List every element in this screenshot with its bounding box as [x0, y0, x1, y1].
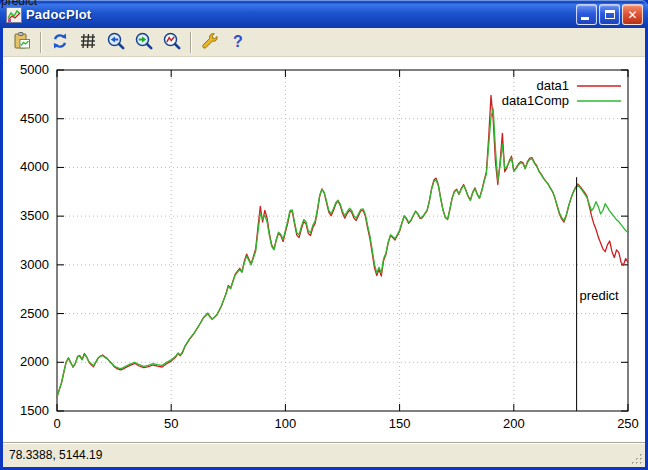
cursor-coordinates: 78.3388, 5144.19 — [9, 448, 102, 462]
toolbar-button-zoom-in[interactable] — [131, 30, 157, 55]
gridlines — [57, 70, 628, 411]
axes: 0501001502002501500200025003000350040004… — [20, 62, 639, 431]
plot-border — [57, 70, 628, 411]
zoom-out-icon — [106, 31, 126, 54]
y-tick-label: 3000 — [20, 257, 49, 272]
window-title: PadocPlot — [26, 7, 91, 22]
toolbar-separator — [190, 32, 192, 53]
maximize-button[interactable] — [599, 4, 620, 25]
x-tick-label: 0 — [53, 416, 60, 431]
toolbar-button-zoom-out[interactable] — [103, 30, 129, 55]
y-tick-label: 4000 — [20, 159, 49, 174]
help-icon: ? — [228, 31, 248, 54]
resize-grip-icon[interactable] — [631, 452, 644, 465]
x-tick-label: 150 — [389, 416, 411, 431]
legend: data1data1Comp — [502, 78, 621, 108]
y-tick-label: 2000 — [20, 354, 49, 369]
toolbar-button-grid-toggle[interactable] — [75, 30, 101, 55]
window-plot-icon[interactable] — [6, 7, 22, 23]
chart-svg: 0501001502002501500200025003000350040004… — [3, 57, 645, 442]
toolbar-button-refresh[interactable] — [47, 30, 73, 55]
legend-label-data1Comp: data1Comp — [502, 93, 569, 108]
x-tick-label: 200 — [503, 416, 525, 431]
toolbar-button-settings-wrench[interactable] — [197, 30, 223, 55]
plot-area[interactable]: 0501001502002501500200025003000350040004… — [3, 57, 645, 442]
toolbar: ? — [3, 28, 645, 57]
predict-label: predict — [580, 288, 619, 303]
settings-wrench-icon — [200, 31, 220, 54]
zoom-in-icon — [134, 31, 154, 54]
y-tick-label: 1500 — [20, 403, 49, 418]
x-tick-label: 250 — [617, 416, 639, 431]
series-line-data1 — [57, 95, 628, 397]
close-button[interactable]: ✕ — [622, 4, 643, 25]
zoom-reset-icon — [162, 31, 182, 54]
minimize-icon — [581, 17, 589, 20]
maximize-icon — [605, 10, 615, 19]
status-bar: 78.3388, 5144.19 — [3, 442, 645, 467]
x-tick-label: 50 — [164, 416, 178, 431]
toolbar-button-copy-to-clipboard[interactable] — [9, 30, 35, 55]
svg-text:?: ? — [233, 32, 243, 49]
y-tick-label: 2500 — [20, 306, 49, 321]
toolbar-button-zoom-reset[interactable] — [159, 30, 185, 55]
refresh-icon — [50, 31, 70, 54]
y-tick-label: 5000 — [20, 62, 49, 77]
series-line-data1Comp — [57, 109, 628, 397]
y-tick-label: 4500 — [20, 111, 49, 126]
grid-toggle-icon — [78, 31, 98, 54]
toolbar-button-help[interactable]: ? — [225, 30, 251, 55]
copy-to-clipboard-icon — [12, 31, 32, 54]
legend-label-data1: data1 — [536, 78, 569, 93]
minimize-button[interactable] — [576, 4, 597, 25]
padocplot-window: predict PadocPlot ✕ ? 050100150200250150… — [0, 0, 648, 470]
title-bar[interactable]: PadocPlot ✕ — [0, 0, 648, 28]
close-icon: ✕ — [623, 6, 642, 24]
toolbar-separator — [40, 32, 42, 53]
x-tick-label: 100 — [275, 416, 297, 431]
y-tick-label: 3500 — [20, 208, 49, 223]
